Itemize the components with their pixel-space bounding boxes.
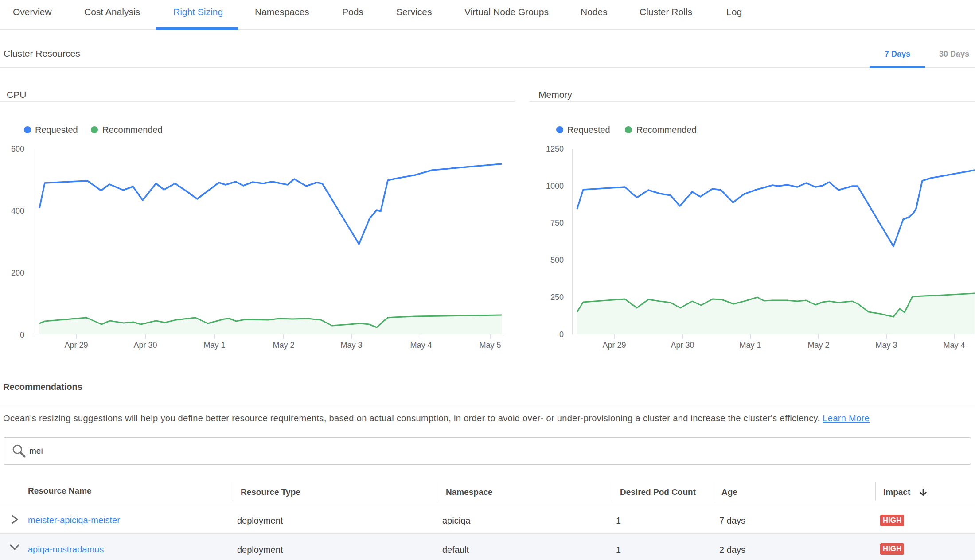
svg-text:Recommended: Recommended <box>636 125 697 135</box>
svg-text:1250: 1250 <box>546 144 564 153</box>
svg-text:1000: 1000 <box>546 182 564 191</box>
svg-text:Requested: Requested <box>35 125 78 135</box>
svg-text:May 2: May 2 <box>807 341 829 350</box>
svg-text:Requested: Requested <box>567 125 610 135</box>
svg-text:750: 750 <box>550 218 564 227</box>
svg-text:May 3: May 3 <box>340 341 362 350</box>
svg-text:600: 600 <box>11 144 24 153</box>
svg-text:500: 500 <box>550 256 564 264</box>
svg-text:Apr 29: Apr 29 <box>602 341 626 350</box>
svg-text:250: 250 <box>550 293 564 302</box>
svg-text:400: 400 <box>11 206 24 215</box>
svg-text:Recommended: Recommended <box>102 125 163 135</box>
svg-text:May 1: May 1 <box>739 341 761 350</box>
svg-text:May 5: May 5 <box>479 341 501 350</box>
svg-text:0: 0 <box>559 330 564 339</box>
svg-text:May 3: May 3 <box>875 341 897 350</box>
svg-text:May 1: May 1 <box>203 341 225 350</box>
svg-text:0: 0 <box>20 331 24 339</box>
svg-text:Apr 30: Apr 30 <box>133 341 157 350</box>
svg-text:May 4: May 4 <box>943 341 965 350</box>
svg-text:200: 200 <box>11 268 24 277</box>
svg-text:May 2: May 2 <box>273 341 294 350</box>
svg-text:May 4: May 4 <box>410 341 432 350</box>
svg-text:Apr 29: Apr 29 <box>64 341 88 350</box>
svg-text:Apr 30: Apr 30 <box>671 341 694 350</box>
